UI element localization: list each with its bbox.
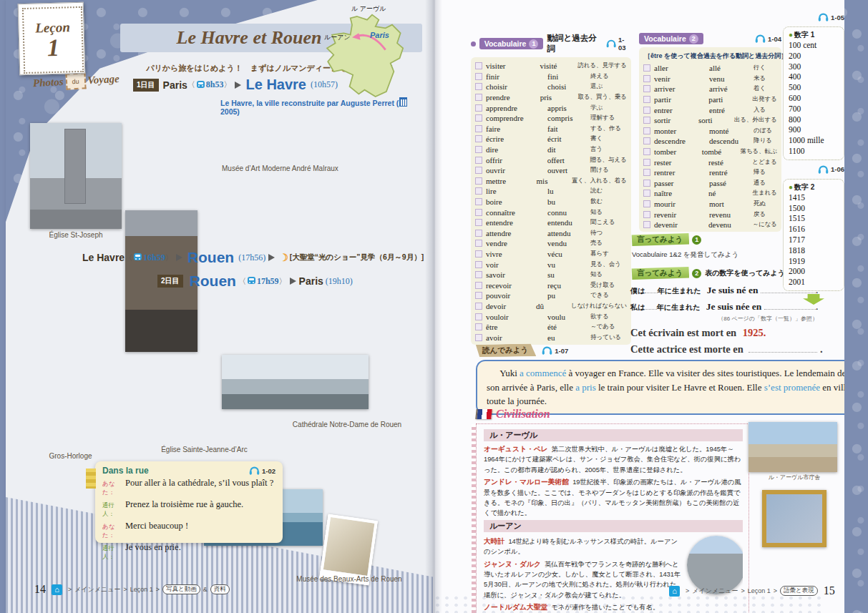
word-checkbox[interactable]	[475, 125, 482, 132]
bracket: 〈	[238, 276, 246, 287]
city-paris: Paris	[299, 275, 323, 287]
vocab-row: passer passé 通る	[643, 178, 777, 189]
verb-infinitive: connaître	[486, 208, 547, 217]
vocab-row: savoir su 知る	[475, 270, 627, 280]
vocab-row: revenir revenu 戻る	[643, 209, 777, 220]
verb-infinitive: entrer	[654, 106, 709, 114]
caption-eglise-jeanne-darc: Église Sainte-Jeanne-d’Arc	[147, 446, 262, 453]
audio-button[interactable]: 1-06	[818, 165, 844, 174]
breadcrumb-main-menu[interactable]: メインメニュー	[692, 587, 738, 596]
word-checkbox[interactable]	[475, 187, 482, 195]
blank-field[interactable]	[645, 303, 656, 310]
audio-button[interactable]: 1-07	[542, 346, 568, 355]
home-icon[interactable]: ⌂	[52, 584, 62, 595]
verb-infinitive: attendre	[486, 229, 547, 237]
word-checkbox[interactable]	[475, 83, 482, 90]
word-checkbox[interactable]	[643, 190, 650, 197]
past-participle: sorti	[698, 116, 734, 124]
say-tag: 言ってみよう	[630, 233, 689, 246]
meaning-japanese: 欲する	[590, 313, 609, 321]
word-checkbox[interactable]	[475, 114, 482, 122]
tag-vocabulary-expressions[interactable]: 語彙と表現	[780, 586, 818, 596]
breadcrumb-lesson[interactable]: Leçon 1	[130, 586, 153, 593]
word-checkbox[interactable]	[475, 282, 482, 289]
blank-field[interactable]	[761, 286, 816, 293]
audio-track-label: 1-05	[831, 14, 844, 21]
meaning-japanese: 待つ	[590, 229, 603, 237]
word-checkbox[interactable]	[643, 64, 650, 72]
word-checkbox[interactable]	[475, 62, 482, 69]
word-checkbox[interactable]	[643, 200, 650, 207]
word-checkbox[interactable]	[643, 117, 650, 124]
word-checkbox[interactable]	[475, 104, 482, 112]
word-checkbox[interactable]	[475, 157, 482, 164]
meaning-japanese: とどまる	[752, 158, 777, 167]
word-checkbox[interactable]	[643, 180, 650, 187]
meaning-japanese: 訪れる、見学する	[577, 62, 627, 70]
french-phrase: Je suis né en	[707, 285, 759, 296]
meaning-japanese: しなければならない	[571, 302, 627, 310]
vocab-row: ouvrir ouvert 開ける	[475, 165, 627, 176]
word-checkbox[interactable]	[643, 221, 650, 228]
word-checkbox[interactable]	[475, 230, 482, 237]
word-checkbox[interactable]	[643, 169, 650, 176]
word-checkbox[interactable]	[643, 211, 650, 218]
word-checkbox[interactable]	[475, 94, 482, 101]
vocab-row: devoir dû しなければならない	[475, 301, 627, 312]
word-checkbox[interactable]	[475, 167, 482, 174]
word-checkbox[interactable]	[643, 107, 650, 114]
blank-field[interactable]	[645, 286, 658, 293]
word-checkbox[interactable]	[475, 240, 482, 247]
home-icon[interactable]: ⌂	[669, 586, 680, 597]
word-checkbox[interactable]	[475, 250, 482, 258]
audio-button[interactable]: 1-04	[755, 34, 781, 43]
tag-materials[interactable]: 資料	[210, 584, 230, 594]
verb-infinitive: tomber	[654, 147, 702, 156]
word-checkbox[interactable]	[475, 209, 482, 216]
meaning-japanese: 飲む	[590, 197, 603, 206]
tag-photos-videos[interactable]: 写真と動画	[162, 584, 200, 594]
word-checkbox[interactable]	[475, 292, 482, 299]
word-checkbox[interactable]	[475, 303, 482, 310]
word-checkbox[interactable]	[475, 313, 482, 320]
audio-button[interactable]: 1-03	[606, 36, 631, 52]
audio-button[interactable]: 1-02	[249, 466, 275, 475]
past-participle: devenu	[708, 220, 752, 229]
word-checkbox[interactable]	[475, 146, 482, 153]
word-checkbox[interactable]	[475, 219, 482, 226]
vocab-row: naître né 生まれる	[643, 188, 777, 199]
word-checkbox[interactable]	[643, 148, 650, 155]
separator: >	[774, 587, 777, 594]
word-checkbox[interactable]	[475, 177, 482, 185]
meaning-japanese: 売る	[590, 239, 603, 247]
meaning-japanese: 取る、買う、乗る	[577, 93, 627, 102]
meaning-japanese: 通る	[754, 179, 766, 187]
word-checkbox[interactable]	[643, 159, 650, 166]
word-checkbox[interactable]	[475, 73, 482, 80]
blank-field[interactable]	[764, 303, 816, 310]
vocab-row: entendre entendu 聞こえる	[475, 217, 627, 228]
vocab-row: sortir sorti 出る、外出する	[643, 115, 777, 126]
word-checkbox[interactable]	[475, 198, 482, 205]
verb-infinitive: être	[486, 323, 547, 331]
civilisation-photos: ル・アーヴル市庁舎	[748, 422, 840, 547]
word-checkbox[interactable]	[643, 75, 650, 82]
word-checkbox[interactable]	[643, 127, 650, 134]
day1-badge: 1日目	[133, 79, 159, 92]
breadcrumb-lesson[interactable]: Leçon 1	[748, 587, 771, 594]
word-checkbox[interactable]	[643, 137, 650, 144]
verb-infinitive: devenir	[654, 220, 708, 229]
word-checkbox[interactable]	[475, 261, 482, 268]
word-checkbox[interactable]	[643, 85, 650, 92]
word-checkbox[interactable]	[475, 135, 482, 142]
word-checkbox[interactable]	[643, 96, 650, 103]
breadcrumb-main-menu[interactable]: メインメニュー	[74, 585, 120, 594]
word-checkbox[interactable]	[475, 334, 482, 341]
arrow-icon	[235, 82, 241, 89]
itinerary-lehavre-rouen: Le Havre 〈 16h59 〉 Rouen (17h56) ☽ [大聖堂“…	[82, 249, 424, 266]
word-checkbox[interactable]	[475, 323, 482, 330]
word-checkbox[interactable]	[475, 271, 482, 278]
civ-term: ノートルダム大聖堂	[484, 603, 547, 611]
verb-infinitive: mettre	[486, 177, 537, 185]
audio-button[interactable]: 1-05	[818, 13, 844, 21]
